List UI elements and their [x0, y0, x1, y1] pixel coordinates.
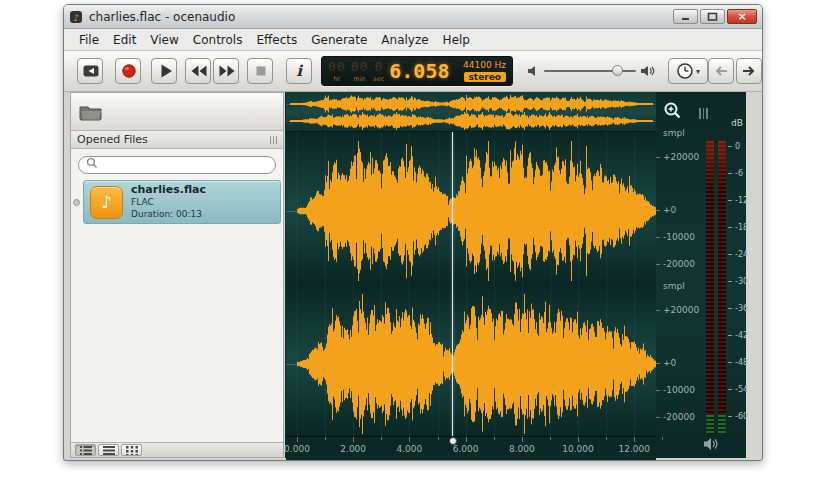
timeline-label: 8.000 [509, 444, 535, 454]
panel-splitter-handle[interactable] [699, 108, 708, 119]
lcd-minutes: 00 min [351, 60, 369, 83]
timeline-tick [353, 437, 354, 442]
maximize-icon [707, 12, 718, 21]
record-icon [116, 58, 140, 84]
app-window: ♪ charlies.flac - ocenaudio × FileEditVi… [63, 4, 763, 461]
timeline-tick [325, 437, 326, 440]
amplitude-tick [656, 264, 660, 265]
chevron-down-icon: ▾ [696, 67, 700, 76]
info-button[interactable]: i [286, 58, 312, 84]
menu-item-generate[interactable]: Generate [304, 31, 374, 49]
lcd-seconds-ghost: 0 sec [373, 60, 384, 83]
amplitude-label: +20000 [663, 152, 699, 162]
volume-high-icon [640, 65, 656, 77]
volume-slider[interactable] [544, 58, 636, 84]
menu-item-analyze[interactable]: Analyze [374, 31, 435, 49]
panel-grip-icon[interactable] [270, 136, 277, 144]
timeline-tick [381, 437, 382, 440]
channel-mode-badge: stereo [464, 72, 507, 82]
jump-to-start-button[interactable] [77, 58, 103, 84]
amplitude-tick [656, 310, 660, 311]
amplitude-label: +0 [663, 358, 676, 368]
redo-forward-button[interactable] [736, 58, 762, 84]
menu-item-file[interactable]: File [72, 31, 106, 49]
meter-tick [728, 227, 732, 228]
fast-forward-button[interactable] [213, 58, 239, 84]
meter-scale-label: -6 [735, 169, 743, 178]
amplitude-label: -10000 [663, 385, 695, 395]
menu-item-effects[interactable]: Effects [249, 31, 304, 49]
timeline-tick [494, 437, 495, 440]
overview-canvas[interactable] [286, 92, 656, 132]
time-format-button[interactable]: ▾ [668, 58, 708, 84]
title-bar[interactable]: ♪ charlies.flac - ocenaudio × [64, 5, 762, 29]
amplitude-tick [656, 210, 660, 211]
detail-view-button[interactable] [75, 444, 96, 456]
record-button[interactable] [115, 58, 141, 84]
meter-scale-label: 0 [735, 142, 740, 151]
sidebar: Opened Files ♪ c [70, 92, 284, 458]
menu-bar: FileEditViewControlsEffectsGenerateAnaly… [64, 29, 762, 51]
amplitude-label: smpl [663, 281, 685, 291]
meter-tick [728, 146, 732, 147]
zoom-in-icon [663, 101, 683, 121]
amplitude-ruler: smpl+20000+0-10000-20000smpl+20000+0-100… [656, 92, 698, 458]
meter-scale-label: -36 [735, 304, 748, 313]
menu-item-view[interactable]: View [143, 31, 185, 49]
stop-icon [248, 58, 272, 84]
close-button[interactable]: × [727, 9, 757, 24]
opened-files-header: Opened Files [71, 131, 283, 149]
meter-tick [728, 362, 732, 363]
timeline-tick [409, 437, 410, 442]
list-item: ♪ charlies.flac FLAC Duration: 00:13 [71, 177, 283, 224]
minimize-icon [681, 12, 691, 21]
search-icon [86, 157, 98, 169]
toolbar: i 00 hr 00 min 0 sec 6.058 44100 Hz [64, 51, 762, 92]
rewind-button[interactable] [185, 58, 211, 84]
amplitude-label: +0 [663, 205, 676, 215]
stop-button[interactable] [247, 58, 273, 84]
timeline-tick [297, 437, 298, 442]
file-item-charlies-flac[interactable]: ♪ charlies.flac FLAC Duration: 00:13 [83, 180, 281, 224]
volume-slider-thumb[interactable] [612, 65, 623, 76]
playhead-marker[interactable] [449, 437, 457, 445]
maximize-button[interactable] [700, 9, 725, 24]
search-bar [71, 149, 283, 177]
undo-back-button[interactable] [708, 58, 734, 84]
timeline-label: 12.000 [618, 444, 650, 454]
meter-tick [728, 389, 732, 390]
grid-view-button[interactable] [121, 444, 142, 456]
level-meter-right [718, 141, 726, 434]
list-view-button[interactable] [98, 444, 119, 456]
menu-item-controls[interactable]: Controls [186, 31, 250, 49]
rewind-icon [186, 58, 210, 84]
info-icon: i [296, 64, 302, 79]
waveform-canvas[interactable] [286, 132, 656, 436]
amplitude-label: +20000 [663, 305, 699, 315]
play-button[interactable] [151, 58, 177, 84]
timeline-label: 6.000 [453, 444, 479, 454]
db-label: dB [731, 118, 743, 128]
file-duration: Duration: 00:13 [131, 209, 206, 221]
zoom-in-button[interactable] [662, 100, 684, 122]
amplitude-label: -10000 [663, 232, 695, 242]
sample-rate-label: 44100 Hz [463, 60, 506, 70]
open-file-button[interactable] [71, 93, 283, 131]
timeline-tick [606, 437, 607, 440]
timeline-ruler[interactable]: 0.0002.0004.0006.0008.00010.00012.000 [286, 436, 656, 460]
amplitude-tick [656, 390, 660, 391]
playhead-cursor[interactable] [452, 132, 453, 436]
search-input[interactable] [78, 156, 276, 174]
timeline-tick [550, 437, 551, 440]
timeline-tick [578, 437, 579, 442]
amplitude-tick [656, 157, 660, 158]
list-view-icon [103, 446, 115, 455]
menu-item-help[interactable]: Help [436, 31, 477, 49]
menu-item-edit[interactable]: Edit [106, 31, 143, 49]
meter-scale-label: -24 [735, 250, 748, 259]
minimize-button[interactable] [673, 9, 698, 24]
meter-scale-label: -18 [735, 223, 748, 232]
play-icon [152, 58, 176, 84]
app-icon: ♪ [69, 10, 83, 24]
meter-tick [728, 335, 732, 336]
